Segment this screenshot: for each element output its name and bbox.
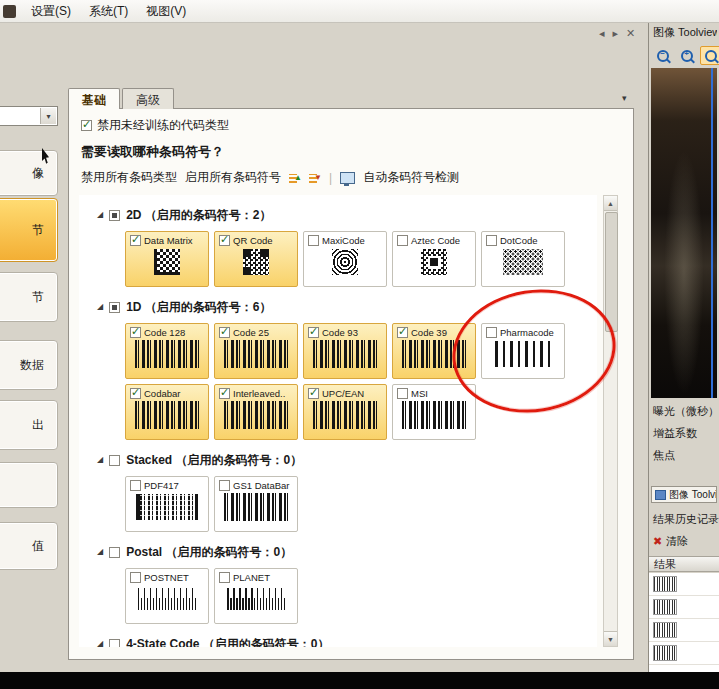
zoom-out-button[interactable]: −	[652, 46, 673, 65]
toolview-tab[interactable]: 图像 Toolview	[651, 486, 717, 503]
symbology-card[interactable]: Code 93	[303, 323, 387, 379]
card-checkbox[interactable]	[219, 572, 230, 583]
question-heading: 需要读取哪种条码符号？	[81, 143, 224, 161]
card-checkbox[interactable]	[308, 327, 319, 338]
section-header[interactable]: ◢4-State Code （启用的条码符号：0）	[97, 636, 597, 647]
tab-advanced[interactable]: 高级	[122, 88, 174, 109]
card-checkbox[interactable]	[219, 235, 230, 246]
card-label: QR Code	[233, 235, 273, 246]
auto-detect-link[interactable]: 自动条码符号检测	[363, 169, 459, 186]
scroll-up-icon[interactable]: ▲	[604, 196, 617, 211]
symbology-card[interactable]: MaxiCode	[303, 231, 387, 287]
section-header[interactable]: ◢1D （启用的条码符号：6）	[97, 299, 597, 315]
tab-basic[interactable]: 基础	[68, 88, 120, 109]
nav-right-icon[interactable]: ▸	[613, 27, 619, 40]
card-checkbox[interactable]	[219, 327, 230, 338]
menu-item[interactable]: 视图(V)	[137, 0, 195, 23]
disable-untrained-checkbox[interactable]	[81, 120, 92, 131]
symbology-card[interactable]: DotCode	[481, 231, 565, 287]
left-rail-item[interactable]: 出	[0, 400, 58, 450]
section-checkbox[interactable]	[109, 302, 120, 313]
card-checkbox[interactable]	[130, 235, 141, 246]
disable-sort-icon[interactable]: ▼	[309, 172, 321, 184]
symbology-card[interactable]: MSI	[392, 384, 476, 440]
card-checkbox[interactable]	[130, 572, 141, 583]
zoom-in-button[interactable]: +	[676, 46, 697, 65]
result-row[interactable]	[649, 596, 719, 619]
expander-icon[interactable]: ◢	[97, 455, 103, 465]
barcode-preview	[219, 491, 293, 523]
card-checkbox[interactable]	[397, 327, 408, 338]
section-checkbox[interactable]	[109, 210, 120, 221]
result-row[interactable]	[649, 619, 719, 642]
chevron-down-icon[interactable]: ▾	[40, 108, 56, 124]
result-row[interactable]	[649, 642, 719, 665]
section-checkbox[interactable]	[109, 639, 120, 648]
card-checkbox[interactable]	[219, 480, 230, 491]
menu-item[interactable]: 系统(T)	[80, 0, 137, 23]
expander-icon[interactable]: ◢	[97, 639, 103, 647]
section-checkbox[interactable]	[109, 547, 120, 558]
card-checkbox[interactable]	[486, 327, 497, 338]
camera-image-strip[interactable]	[651, 68, 717, 398]
section-header[interactable]: ◢Stacked （启用的条码符号：0）	[97, 452, 597, 468]
left-rail-item[interactable]: 节	[0, 272, 58, 322]
symbology-card[interactable]: POSTNET	[125, 568, 209, 624]
symbology-card[interactable]: Code 25	[214, 323, 298, 379]
left-rail-item[interactable]	[0, 462, 58, 508]
symbology-card[interactable]: PLANET	[214, 568, 298, 624]
expander-icon[interactable]: ◢	[97, 210, 103, 220]
symbology-card[interactable]: Interleaved..	[214, 384, 298, 440]
card-checkbox[interactable]	[308, 235, 319, 246]
symbology-card[interactable]: Code 128	[125, 323, 209, 379]
close-icon[interactable]: ✕	[626, 27, 635, 40]
menu-item[interactable]: 设置(S)	[22, 0, 80, 23]
result-row[interactable]	[649, 573, 719, 596]
left-rail-item-label: 出	[32, 417, 44, 434]
symbology-card[interactable]: UPC/EAN	[303, 384, 387, 440]
card-checkbox[interactable]	[486, 235, 497, 246]
symbology-card[interactable]: Data Matrix	[125, 231, 209, 287]
symbology-card[interactable]: Codabar	[125, 384, 209, 440]
symbology-card[interactable]: Pharmacode	[481, 323, 565, 379]
list-scrollbar[interactable]: ▲ ▼	[603, 195, 618, 647]
expander-icon[interactable]: ◢	[97, 302, 103, 312]
results-column-header[interactable]: 结果	[649, 556, 719, 572]
left-rail-item[interactable]: 节	[0, 198, 58, 262]
card-label: Interleaved..	[233, 388, 285, 399]
enable-all-link[interactable]: 启用所有条码符号	[185, 169, 281, 186]
card-checkbox[interactable]	[219, 388, 230, 399]
card-header: Data Matrix	[130, 235, 204, 246]
symbology-card[interactable]: Code 39	[392, 323, 476, 379]
card-checkbox[interactable]	[130, 327, 141, 338]
disable-all-link[interactable]: 禁用所有条码类型	[81, 169, 177, 186]
left-combo-box[interactable]: ▾	[0, 106, 58, 126]
tab-overflow-arrow[interactable]: ▾	[622, 93, 627, 103]
toolbar-separator: |	[329, 171, 332, 185]
nav-left-icon[interactable]: ◂	[599, 27, 605, 40]
symbology-card[interactable]: QR Code	[214, 231, 298, 287]
scroll-down-icon[interactable]: ▼	[604, 631, 617, 646]
zoom-fit-button[interactable]	[700, 46, 719, 65]
symbology-card[interactable]: Aztec Code	[392, 231, 476, 287]
card-checkbox[interactable]	[397, 235, 408, 246]
enable-sort-icon[interactable]: ▲	[289, 172, 301, 184]
symbology-card[interactable]: GS1 DataBar	[214, 476, 298, 532]
card-checkbox[interactable]	[308, 388, 319, 399]
section-header[interactable]: ◢2D （启用的条码符号：2）	[97, 207, 597, 223]
zoom-toolbar: − +	[652, 46, 719, 65]
b1d-barcode-icon	[402, 340, 466, 368]
section-checkbox[interactable]	[109, 455, 120, 466]
left-rail-item[interactable]: 值	[0, 522, 58, 570]
expander-icon[interactable]: ◢	[97, 547, 103, 557]
scrollbar-thumb[interactable]	[605, 212, 618, 332]
symbology-card[interactable]: PDF417	[125, 476, 209, 532]
card-checkbox[interactable]	[397, 388, 408, 399]
card-checkbox[interactable]	[130, 480, 141, 491]
left-rail-item[interactable]: 数据	[0, 340, 58, 390]
clear-history-button[interactable]: ✖ 清除	[653, 534, 688, 549]
section-header[interactable]: ◢Postal （启用的条码符号：0）	[97, 544, 597, 560]
card-checkbox[interactable]	[130, 388, 141, 399]
left-rail-item[interactable]: 像	[0, 150, 58, 196]
card-label: Aztec Code	[411, 235, 460, 246]
